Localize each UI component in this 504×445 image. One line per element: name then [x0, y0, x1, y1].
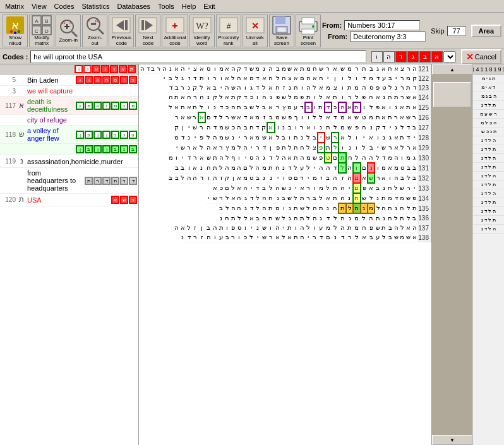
matrix-cell[interactable]: ן: [230, 173, 236, 183]
matrix-cell[interactable]: ח: [361, 122, 368, 133]
matrix-cell[interactable]: ו: [353, 74, 360, 83]
matrix-cell[interactable]: ח: [332, 203, 339, 213]
matrix-cell[interactable]: נ: [318, 122, 325, 133]
matrix-cell[interactable]: מ: [275, 112, 281, 122]
matrix-cell[interactable]: ה: [411, 64, 417, 74]
matrix-cell[interactable]: ב: [205, 223, 212, 233]
matrix-cell[interactable]: ל: [287, 93, 293, 103]
matrix-cell[interactable]: ו: [205, 102, 212, 112]
matrix-cell[interactable]: ץ: [280, 102, 287, 112]
matrix-cell[interactable]: א: [325, 193, 332, 203]
matrix-cell[interactable]: א: [368, 183, 375, 193]
matrix-cell[interactable]: ר: [399, 93, 405, 103]
matrix-cell[interactable]: ר: [346, 93, 353, 103]
matrix-cell[interactable]: ה: [212, 173, 219, 183]
matrix-cell[interactable]: ו: [243, 83, 249, 93]
matrix-cell[interactable]: ה: [218, 153, 224, 163]
matrix-cell[interactable]: א: [332, 64, 339, 74]
matrix-cell[interactable]: ש: [325, 133, 332, 143]
matrix-cell[interactable]: ו: [312, 183, 318, 193]
matrix-cell[interactable]: ה: [305, 83, 312, 93]
matrix-cell[interactable]: מ: [218, 133, 224, 143]
matrix-cell[interactable]: ב: [261, 102, 268, 112]
matrix-cell[interactable]: ה: [236, 203, 243, 213]
matrix-cell[interactable]: א: [186, 102, 192, 112]
matrix-cell[interactable]: ה: [267, 74, 274, 83]
matrix-cell[interactable]: נ: [280, 163, 287, 173]
matrix-cell[interactable]: ק: [192, 83, 198, 93]
matrix-cell[interactable]: ה: [224, 163, 231, 173]
matrix-cell[interactable]: ל: [353, 233, 360, 242]
matrix-cell[interactable]: ש: [275, 213, 281, 223]
matrix-cell[interactable]: ר: [399, 74, 405, 83]
matrix-cell[interactable]: ש: [405, 112, 412, 122]
matrix-cell[interactable]: ב: [411, 163, 417, 173]
matrix-cell[interactable]: א: [411, 93, 417, 103]
matrix-cell[interactable]: ח: [387, 213, 393, 223]
matrix-cell[interactable]: ד: [261, 143, 268, 153]
hebrew-dropdown[interactable]: ▼: [443, 51, 456, 62]
matrix-cell[interactable]: ב: [218, 203, 224, 213]
matrix-cell[interactable]: מ: [167, 153, 174, 163]
matrix-cell[interactable]: ה: [255, 153, 261, 163]
matrix-cell[interactable]: פ: [353, 122, 360, 133]
list-item[interactable]: 119 נ assassination,homicide,murder: [0, 155, 138, 168]
save-screen-button[interactable]: Savescreen: [269, 15, 294, 47]
matrix-cell[interactable]: כ: [230, 122, 236, 133]
matrix-cell[interactable]: מ: [387, 193, 393, 203]
matrix-cell[interactable]: ת: [387, 112, 393, 122]
matrix-cell[interactable]: ה: [393, 153, 399, 163]
matrix-cell[interactable]: ש: [212, 193, 219, 203]
matrix-cell[interactable]: מ: [368, 74, 375, 83]
matrix-cell[interactable]: ת: [293, 83, 299, 93]
matrix-cell[interactable]: ו: [353, 143, 360, 153]
matrix-cell[interactable]: ל: [255, 193, 261, 203]
matrix-cell[interactable]: ל: [399, 122, 405, 133]
matrix-cell[interactable]: א: [180, 93, 186, 103]
matrix-cell[interactable]: ח: [248, 122, 255, 133]
matrix-cell[interactable]: נ: [218, 213, 224, 223]
matrix-cell[interactable]: ב: [280, 133, 287, 143]
matrix-cell[interactable]: נ: [368, 163, 375, 173]
matrix-cell[interactable]: ב: [167, 74, 174, 83]
matrix-cell[interactable]: ח: [299, 143, 305, 153]
matrix-cell[interactable]: ש: [405, 233, 412, 242]
matrix-cell[interactable]: ת: [230, 213, 236, 223]
matrix-cell[interactable]: ב: [261, 183, 268, 193]
list-item[interactable]: 120 ת USA א ש ב: [0, 194, 138, 206]
matrix-cell[interactable]: ל: [318, 112, 325, 122]
matrix-cell[interactable]: ל: [293, 163, 299, 173]
matrix-cell[interactable]: ה: [230, 102, 236, 112]
matrix-cell[interactable]: ת: [405, 102, 412, 112]
matrix-cell[interactable]: ל: [318, 93, 325, 103]
matrix-cell[interactable]: א: [236, 173, 243, 183]
matrix-cell[interactable]: א: [180, 112, 186, 122]
matrix-cell[interactable]: ל: [312, 83, 318, 93]
matrix-cell[interactable]: י: [218, 83, 224, 93]
list-item[interactable]: 5 Bin Laden ו ו א ח ם י ב: [0, 74, 138, 86]
heb-btn-6[interactable]: א: [431, 51, 443, 62]
menu-statistics[interactable]: Statistics: [78, 1, 113, 11]
skip-input[interactable]: 77: [447, 26, 466, 36]
matrix-cell[interactable]: ב: [387, 233, 393, 242]
matrix-cell[interactable]: ש: [287, 64, 293, 74]
matrix-cell[interactable]: ש: [299, 203, 305, 213]
matrix-cell[interactable]: ו: [287, 133, 293, 143]
cancel-button[interactable]: ✕ Cancel: [461, 49, 501, 64]
matrix-cell[interactable]: ו: [339, 83, 345, 93]
matrix-cell[interactable]: ב: [399, 173, 405, 183]
zoom-in-button[interactable]: A A Zoom-in: [56, 15, 81, 47]
matrix-cell[interactable]: ה: [361, 153, 368, 163]
matrix-cell[interactable]: ל: [186, 223, 192, 233]
matrix-cell[interactable]: ת: [198, 74, 205, 83]
matrix-cell[interactable]: ש: [186, 112, 192, 122]
matrix-cell[interactable]: ב: [243, 102, 249, 112]
heb-btn-2[interactable]: ה: [383, 51, 395, 62]
list-item[interactable]: ן ב ן ן ב נ ב: [0, 144, 138, 155]
matrix-cell[interactable]: מ: [325, 223, 332, 233]
matrix-cell[interactable]: ח: [293, 213, 299, 223]
matrix-cell[interactable]: נ: [280, 122, 287, 133]
matrix-cell[interactable]: פ: [275, 143, 281, 153]
matrix-cell[interactable]: ה: [368, 93, 375, 103]
matrix-cell[interactable]: נ: [375, 193, 381, 203]
